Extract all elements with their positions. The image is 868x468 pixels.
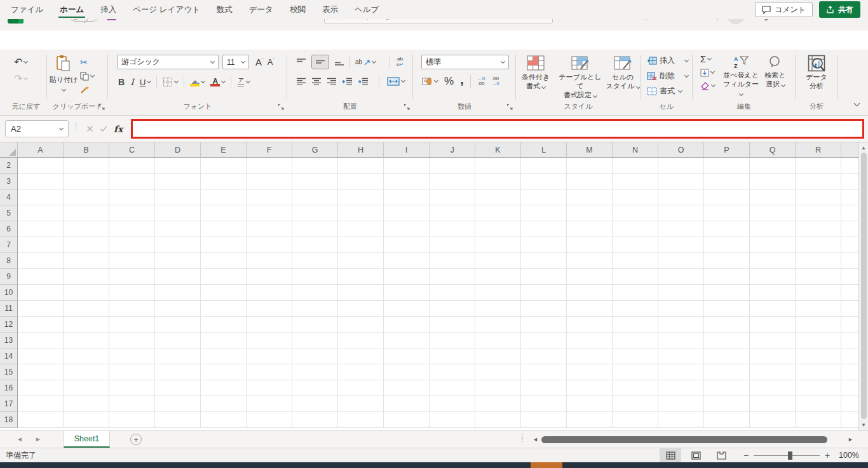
share-button[interactable]: 共有 (819, 1, 860, 18)
grid-cell[interactable] (292, 380, 338, 396)
grid-cell[interactable] (64, 333, 109, 348)
grid-cell[interactable] (109, 269, 155, 285)
grid-cell[interactable] (338, 348, 384, 364)
grid-cell[interactable] (292, 396, 338, 412)
grid-cell[interactable] (658, 158, 704, 174)
grid-cell[interactable] (384, 221, 430, 237)
grid-cell[interactable] (201, 396, 247, 412)
row-header[interactable]: 18 (0, 412, 18, 428)
grid-cell[interactable] (613, 237, 658, 253)
grid-cell[interactable] (430, 380, 475, 396)
grid-cell[interactable] (384, 396, 430, 412)
grid-cell[interactable] (155, 412, 201, 428)
bottom-align-button[interactable] (334, 58, 344, 66)
grid-cell[interactable] (796, 253, 841, 269)
grid-cell[interactable] (109, 174, 155, 189)
grid-cell[interactable] (430, 174, 475, 189)
normal-view-button[interactable] (660, 448, 681, 463)
grid-cell[interactable] (475, 396, 521, 412)
grid-cell[interactable] (247, 189, 292, 205)
grid-cell[interactable] (658, 333, 704, 348)
grid-cell[interactable] (475, 158, 521, 174)
grid-cell[interactable] (658, 412, 704, 428)
tab-help[interactable]: ヘルプ (346, 0, 387, 19)
grid-cell[interactable] (384, 253, 430, 269)
grid-cell[interactable] (613, 412, 658, 428)
grid-cell[interactable] (338, 412, 384, 428)
grid-cell[interactable] (292, 333, 338, 348)
grid-cell[interactable] (430, 269, 475, 285)
grid-cell[interactable] (384, 301, 430, 317)
number-format-select[interactable]: 標準 (421, 55, 509, 69)
formula-input[interactable] (131, 119, 864, 139)
grid-cell[interactable] (567, 205, 613, 221)
grid-cell[interactable] (750, 301, 796, 317)
sheet-nav-right-icon[interactable]: ► (35, 436, 41, 443)
insert-function-button[interactable]: fx (114, 124, 123, 134)
orientation-button[interactable]: ab (355, 59, 376, 65)
grid-cell[interactable] (750, 364, 796, 380)
wrap-text-button[interactable]: abc↵ (397, 57, 403, 67)
grid-cell[interactable] (18, 364, 64, 380)
conditional-formatting-button[interactable]: 条件付き 書式 (516, 55, 555, 99)
grid-cell[interactable] (567, 348, 613, 364)
paste-button[interactable]: 貼り付け (47, 55, 80, 94)
grid-cell[interactable] (521, 253, 567, 269)
grid-cell[interactable] (750, 412, 796, 428)
grid-cell[interactable] (704, 189, 750, 205)
row-header[interactable]: 8 (0, 253, 18, 269)
name-box[interactable]: A2 (5, 120, 69, 137)
grid-cell[interactable] (109, 301, 155, 317)
column-header[interactable]: L (521, 142, 567, 158)
grid-cell[interactable] (750, 174, 796, 189)
grid-cell[interactable] (658, 317, 704, 333)
column-header[interactable]: I (384, 142, 430, 158)
grow-font-button[interactable]: Aˆ (255, 57, 264, 67)
grid-cell[interactable] (796, 333, 841, 348)
grid-cell[interactable] (338, 158, 384, 174)
grid-cell[interactable] (64, 396, 109, 412)
grid-cell[interactable] (64, 189, 109, 205)
formula-bar-drag-handle[interactable]: ⋮ (72, 124, 75, 127)
grid-cell[interactable] (521, 237, 567, 253)
new-sheet-button[interactable]: + (130, 434, 142, 445)
hscroll-left-icon[interactable]: ◄ (532, 436, 538, 443)
row-header[interactable]: 14 (0, 348, 18, 364)
page-break-view-button[interactable] (710, 448, 732, 463)
grid-cell[interactable] (201, 317, 247, 333)
grid-cell[interactable] (201, 189, 247, 205)
grid-cell[interactable] (64, 317, 109, 333)
grid-cell[interactable] (292, 174, 338, 189)
grid-cell[interactable] (384, 189, 430, 205)
grid-cell[interactable] (796, 364, 841, 380)
grid-cell[interactable] (338, 174, 384, 189)
grid-cell[interactable] (18, 205, 64, 221)
tab-formulas[interactable]: 数式 (208, 0, 241, 19)
grid-cell[interactable] (292, 412, 338, 428)
bold-button[interactable]: B (118, 77, 125, 87)
comma-style-button[interactable]: , (460, 76, 464, 83)
grid-cell[interactable] (567, 221, 613, 237)
grid-cell[interactable] (201, 412, 247, 428)
align-right-button[interactable] (327, 78, 337, 86)
grid-cell[interactable] (384, 269, 430, 285)
grid-cell[interactable] (521, 158, 567, 174)
grid-cell[interactable] (292, 253, 338, 269)
grid-cell[interactable] (475, 285, 521, 301)
grid-cell[interactable] (338, 317, 384, 333)
grid-cell[interactable] (704, 380, 750, 396)
grid-cell[interactable] (658, 301, 704, 317)
grid-cell[interactable] (247, 301, 292, 317)
grid-cell[interactable] (384, 205, 430, 221)
grid-cell[interactable] (613, 364, 658, 380)
grid-cell[interactable] (704, 237, 750, 253)
grid-cell[interactable] (658, 189, 704, 205)
grid-cell[interactable] (64, 269, 109, 285)
grid-cell[interactable] (109, 412, 155, 428)
grid-cell[interactable] (704, 174, 750, 189)
format-painter-button[interactable] (80, 85, 94, 94)
grid-cell[interactable] (338, 396, 384, 412)
row-header[interactable]: 3 (0, 174, 18, 189)
tab-scroll-split-handle[interactable]: ⋮⋮ (519, 434, 526, 441)
grid-cell[interactable] (109, 253, 155, 269)
